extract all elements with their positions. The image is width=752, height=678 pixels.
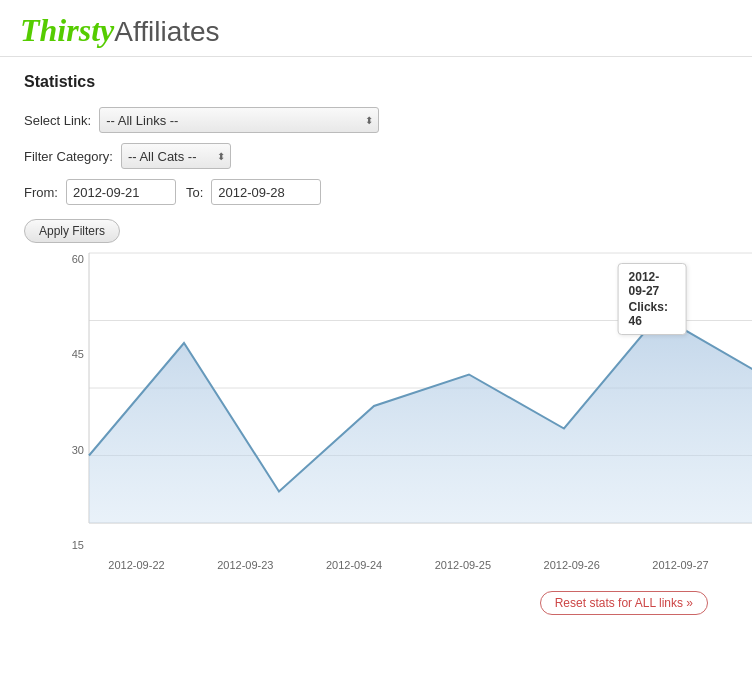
apply-filters-row: Apply Filters: [24, 215, 728, 243]
from-date-input[interactable]: [66, 179, 176, 205]
tooltip-clicks: Clicks: 46: [629, 300, 676, 328]
reset-stats-button[interactable]: Reset stats for ALL links »: [540, 591, 708, 615]
to-date-input[interactable]: [211, 179, 321, 205]
select-link-label: Select Link:: [24, 113, 91, 128]
logo-affiliates: Affiliates: [114, 16, 219, 47]
tooltip-clicks-value: 46: [629, 314, 642, 328]
chart-area-container: 60 45 30 15: [59, 253, 728, 571]
main-content: Statistics Select Link: -- All Links -- …: [0, 57, 752, 599]
select-link-row: Select Link: -- All Links --: [24, 107, 728, 133]
filter-category-dropdown[interactable]: -- All Cats --: [121, 143, 231, 169]
chart-area-fill: [89, 315, 752, 523]
date-range-row: From: To:: [24, 179, 728, 205]
y-axis: 60 45 30 15: [59, 253, 84, 553]
y-label-60: 60: [59, 253, 84, 265]
logo: ThirstyAffiliates: [20, 14, 732, 46]
apply-filters-button[interactable]: Apply Filters: [24, 219, 120, 243]
select-link-wrapper[interactable]: -- All Links --: [99, 107, 379, 133]
logo-thirsty: Thirsty: [20, 12, 114, 48]
tooltip-date: 2012-09-27: [629, 270, 676, 298]
x-label-0922: 2012-09-22: [89, 559, 184, 571]
filter-category-wrapper[interactable]: -- All Cats --: [121, 143, 231, 169]
filter-category-row: Filter Category: -- All Cats --: [24, 143, 728, 169]
y-label-45: 45: [59, 348, 84, 360]
x-label-0925: 2012-09-25: [415, 559, 510, 571]
x-axis: 2012-09-22 2012-09-23 2012-09-24 2012-09…: [89, 559, 728, 571]
y-label-15: 15: [59, 539, 84, 551]
filter-category-label: Filter Category:: [24, 149, 113, 164]
header: ThirstyAffiliates: [0, 0, 752, 57]
x-label-0923: 2012-09-23: [198, 559, 293, 571]
tooltip-clicks-label: Clicks:: [629, 300, 668, 314]
y-label-30: 30: [59, 444, 84, 456]
x-label-0926: 2012-09-26: [524, 559, 619, 571]
x-label-0927: 2012-09-27: [633, 559, 728, 571]
chart-wrapper: 60 45 30 15: [24, 243, 728, 571]
page-title: Statistics: [24, 73, 728, 91]
chart-svg-container: 2012-09-27 Clicks: 46 2012-09-22 2012-09…: [89, 253, 728, 571]
to-label: To:: [186, 185, 203, 200]
chart-tooltip: 2012-09-27 Clicks: 46: [618, 263, 687, 335]
from-label: From:: [24, 185, 58, 200]
x-label-0924: 2012-09-24: [307, 559, 402, 571]
select-link-dropdown[interactable]: -- All Links --: [99, 107, 379, 133]
